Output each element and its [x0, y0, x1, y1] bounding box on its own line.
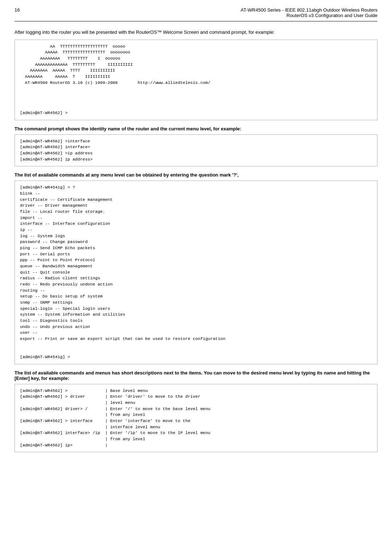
section-heading-2: The command prompt shows the identity na…: [15, 126, 377, 131]
page-title-line2: RouterOS v3 Configuration and User Guide: [241, 13, 377, 18]
code-block-3: [admin@AT-WR4562] >interface [admin@AT-W…: [15, 134, 377, 167]
section-heading-4: The list of available commands at any me…: [15, 172, 377, 178]
code-block-1: AA TTTTTTTTTTTTTTTTTTT ooooo AAAAA TTTTT…: [15, 40, 377, 120]
code-block-7: [admin@AT-WR4562] > | Base level menu [a…: [15, 384, 377, 453]
main-content: After logging into the router you will b…: [15, 29, 377, 452]
code-block-5: [admin@AT-WR4541g] > ? blink -- certific…: [15, 181, 377, 364]
page-header: 16 AT-WR4500 Series - IEEE 802.11abgh Ou…: [15, 7, 377, 21]
page-number: 16: [15, 7, 20, 13]
section-paragraph-0: After logging into the router you will b…: [15, 29, 377, 36]
page-title-block: AT-WR4500 Series - IEEE 802.11abgh Outdo…: [241, 7, 377, 18]
section-heading-6: The list of available commands and menus…: [15, 370, 377, 381]
page-title-line1: AT-WR4500 Series - IEEE 802.11abgh Outdo…: [241, 7, 377, 13]
